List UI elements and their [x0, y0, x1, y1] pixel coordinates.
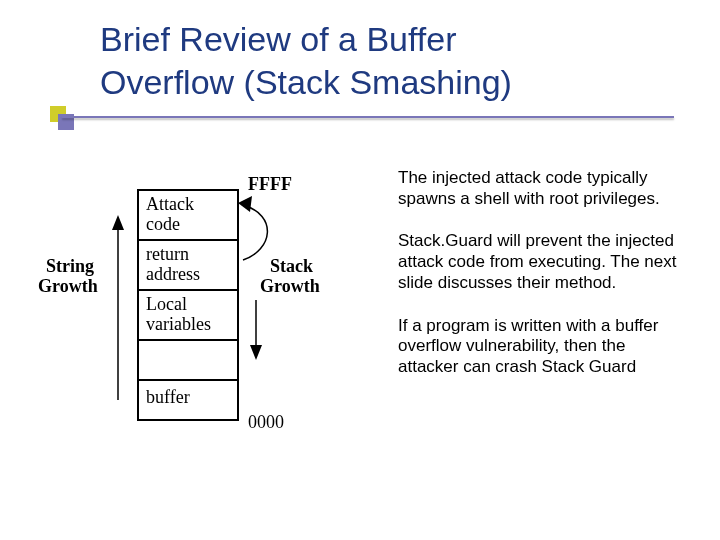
paragraph-2: Stack.Guard will prevent the injected at…: [398, 231, 688, 293]
cell-attack-l1: Attack: [146, 194, 194, 214]
string-growth-arrow-icon: [112, 215, 124, 400]
paragraph-1: The injected attack code typically spawn…: [398, 168, 688, 209]
svg-rect-3: [138, 340, 238, 380]
stack-diagram: Attack code return address Local variabl…: [38, 170, 378, 450]
stack-growth-arrow-icon: [250, 300, 262, 360]
stack-diagram-svg: Attack code return address Local variabl…: [38, 170, 378, 450]
label-stack-growth-l2: Growth: [260, 276, 320, 296]
cell-local-l2: variables: [146, 314, 211, 334]
cell-local-l1: Local: [146, 294, 187, 314]
svg-marker-8: [250, 345, 262, 360]
label-string-growth-l2: Growth: [38, 276, 98, 296]
curved-arrow-icon: [238, 196, 267, 260]
slide-title: Brief Review of a Buffer Overflow (Stack…: [100, 18, 512, 103]
cell-return-l1: return: [146, 244, 189, 264]
label-ffff: FFFF: [248, 174, 292, 194]
label-string-growth-l1: String: [46, 256, 94, 276]
cell-buffer: buffer: [146, 387, 190, 407]
svg-marker-6: [112, 215, 124, 230]
title-underline: [62, 116, 674, 118]
body-text-column: The injected attack code typically spawn…: [398, 168, 688, 400]
title-container: Brief Review of a Buffer Overflow (Stack…: [100, 18, 512, 103]
svg-marker-9: [238, 196, 252, 212]
cell-return-l2: address: [146, 264, 200, 284]
label-0000: 0000: [248, 412, 284, 432]
label-stack-growth-l1: Stack: [270, 256, 313, 276]
paragraph-3: If a program is written with a buffer ov…: [398, 316, 688, 378]
cell-attack-l2: code: [146, 214, 180, 234]
